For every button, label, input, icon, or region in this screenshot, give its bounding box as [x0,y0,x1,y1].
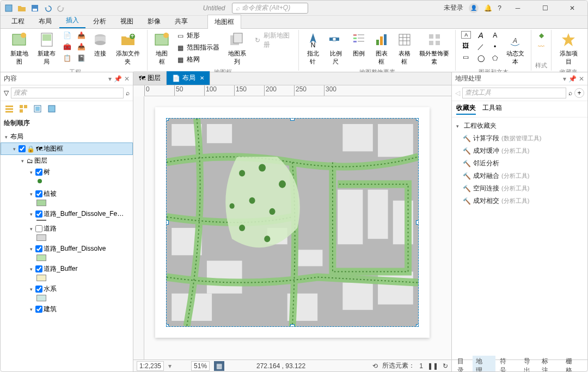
layout-page[interactable] [155,107,430,338]
undo-icon[interactable] [42,2,54,14]
gp-tool[interactable]: 🔨成对融合(分析工具) [453,170,586,182]
layer-symbol[interactable] [36,200,46,206]
curved-text-button[interactable]: A [488,30,501,41]
straight-text-button[interactable]: A [474,30,487,41]
notifications-icon[interactable]: 🔔 [484,4,492,12]
btab-export[interactable]: 导出 [520,356,538,373]
pane-pin-icon[interactable]: 📌 [114,75,122,83]
layer-symbol[interactable] [36,255,46,261]
gp-tool[interactable]: 🔨成对缓冲(分析工具) [453,145,586,157]
resize-handle[interactable] [166,220,169,225]
list-by-source-icon[interactable] [18,103,29,114]
gp-favorites-group[interactable]: ▾工程收藏夹 [453,120,586,132]
resize-handle[interactable] [166,118,169,121]
btab-raster[interactable]: 栅格… [562,356,585,373]
resize-handle[interactable] [416,118,419,121]
scale-bar-button[interactable]: 比例尺 [325,30,347,67]
toc-layer[interactable]: ▾植被 [1,188,133,200]
tab-view[interactable]: 视图 [114,15,140,28]
point-style-button[interactable]: ◆ [535,30,548,41]
gp-tab-favorites[interactable]: 收藏夹 [456,103,476,115]
pane-options-icon[interactable]: ▾ [108,75,112,83]
table-frame-button[interactable]: 表格框 [394,30,415,67]
resize-handle[interactable] [166,324,169,327]
gp-tool[interactable]: 🔨成对相交(分析工具) [453,195,586,207]
connections-button[interactable]: 连接 [89,30,111,59]
help-icon[interactable]: ? [498,4,501,12]
view-tab-map[interactable]: 🗺图层 [133,71,167,85]
tab-share[interactable]: 共享 [168,15,194,28]
resize-handle[interactable] [416,220,419,225]
additional-surrounds-button[interactable]: 额外整饰要素 [416,30,452,67]
new-notebook-button[interactable]: 📓 [75,53,88,64]
extent-indicator-button[interactable]: ▦范围指示器 [174,42,223,53]
chart-frame-button[interactable]: 图表框 [371,30,393,67]
new-report-button[interactable]: 📄 [61,30,74,41]
filter-icon[interactable]: ▽ [4,89,9,97]
maximize-button[interactable]: ☐ [534,1,556,15]
toc-layout-root[interactable]: ▾布局 [1,131,133,142]
zoom-combo[interactable]: 51% [191,361,210,371]
refresh-view-icon[interactable]: ↻ [443,362,448,370]
gp-tool[interactable]: 🔨邻近分析 [453,157,586,170]
layout-canvas[interactable]: 050100150200250300 [133,85,451,359]
tab-insert[interactable]: 插入 [59,14,85,28]
layer-symbol[interactable] [36,220,46,221]
gp-tab-toolbox[interactable]: 工具箱 [482,103,502,115]
btab-geoprocessing[interactable]: 地理… [473,356,495,373]
back-icon[interactable]: ◁ [455,89,460,97]
login-status[interactable]: 未登录 [444,3,463,13]
refresh-mapseries-button[interactable]: ↻刷新地图册 [251,30,295,51]
resize-handle[interactable] [416,324,419,327]
import-map-button[interactable]: 📥 [75,30,88,41]
search-icon[interactable]: ⌕ [568,89,572,97]
resize-handle[interactable] [290,118,295,121]
gp-tool[interactable]: 🔨空间连接(分析工具) [453,182,586,195]
view-tab-layout[interactable]: 📄布局✕ [167,71,210,85]
toc-layer[interactable]: ▾建筑 [1,303,133,315]
add-tool-button[interactable]: + [574,88,584,98]
tab-imagery[interactable]: 影像 [141,15,167,28]
btab-symbology[interactable]: 符号… [497,356,519,373]
dynamic-text-button[interactable]: A动态文本 [503,30,528,67]
pane-close-icon[interactable]: ✕ [579,75,584,83]
list-by-drawing-icon[interactable] [4,103,15,114]
map-frame-button[interactable]: 地图框 [151,30,173,67]
toolbox-button[interactable]: 🧰 [61,41,74,52]
new-map-button[interactable]: 新建地图 [6,30,32,67]
pane-pin-icon[interactable]: 📌 [568,75,577,83]
redo-icon[interactable] [55,2,67,14]
legend-button[interactable]: 图例 [348,30,370,59]
toc-layer[interactable]: ▾道路_Buffer_Dissolve_FeatureTo [1,208,133,220]
ellipse-button[interactable]: ◯ [474,53,487,64]
tab-project[interactable]: 工程 [5,15,31,28]
line-button[interactable]: ／ [474,41,487,52]
rectangle-button[interactable]: ▭矩形 [174,30,223,41]
toc-layer[interactable]: ▾树 [1,166,133,178]
toc-layer-group[interactable]: ▾🗂图层 [1,155,133,166]
open-project-icon[interactable] [16,2,28,14]
contents-search-input[interactable]: 搜索 [11,88,124,98]
tab-analysis[interactable]: 分析 [87,15,113,28]
line-style-button[interactable]: 〰 [535,41,548,52]
point-button[interactable]: • [488,41,501,52]
rectangle-shape-button[interactable]: ▭ [459,52,473,63]
toc-layer[interactable]: ▾水系 [1,283,133,295]
toc-layer[interactable]: ▾道路_Buffer [1,263,133,275]
close-tab-icon[interactable]: ✕ [200,75,204,81]
list-by-element-icon[interactable] [32,103,43,114]
import-layout-button[interactable]: 📥 [75,41,88,52]
minimize-button[interactable]: ─ [507,1,529,15]
polygon-button[interactable]: ⬠ [488,53,501,64]
resize-handle[interactable] [290,324,295,327]
toc-layer[interactable]: ▾道路_Buffer_Dissolve [1,243,133,255]
layer-symbol[interactable] [36,275,46,281]
add-folder-button[interactable]: +添加文件夹 [112,30,144,67]
map-frame-element[interactable] [166,118,419,327]
picture-button[interactable]: 🖼 [459,40,473,51]
task-button[interactable]: 📋 [61,53,74,64]
toc-layer[interactable]: ▾道路 [1,223,133,234]
gp-search-input[interactable]: 查找工具 [462,88,566,98]
btab-catalog[interactable]: 目录 [454,356,471,373]
add-item-button[interactable]: 添加项目 [555,30,582,67]
